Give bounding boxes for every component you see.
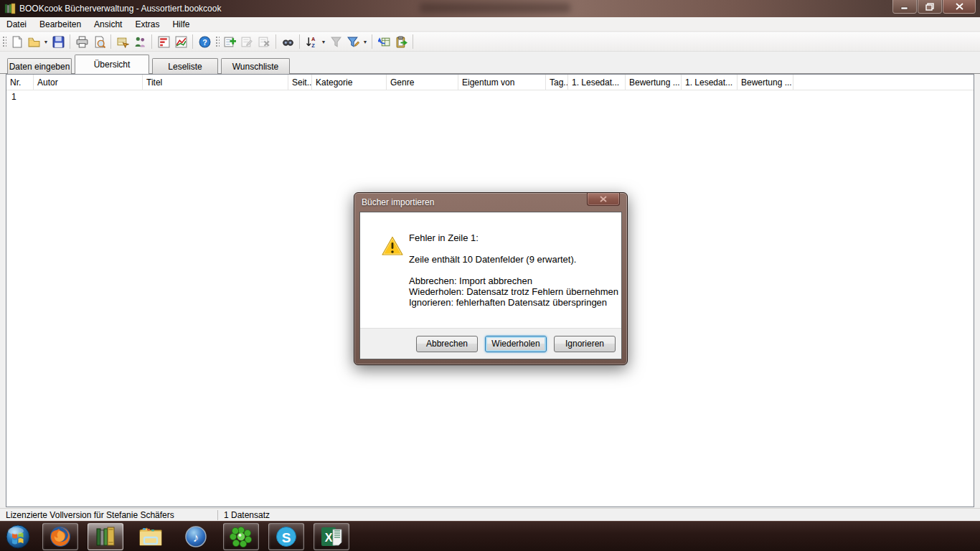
tab-wunschliste[interactable]: Wunschliste (221, 58, 290, 74)
col-header-genre[interactable]: Genre (387, 75, 458, 90)
col-header-bewertung-2[interactable]: Bewertung ... (738, 75, 793, 90)
error-detail: Zeile enthält 10 Datenfelder (9 erwartet… (409, 254, 618, 265)
col-header-seiten[interactable]: Seit... (288, 75, 312, 90)
svg-text:?: ? (202, 37, 207, 46)
close-button[interactable] (943, 0, 976, 14)
titlebar: BOOKcook Bücherverwaltung - Aussortiert.… (0, 0, 980, 17)
print-icon[interactable] (73, 34, 90, 50)
warning-icon (382, 236, 403, 256)
find-icon[interactable] (279, 34, 296, 50)
import-dialog: Bücher importieren Fehler in Zeile 1: Ze… (354, 192, 628, 365)
col-header-titel[interactable]: Titel (143, 75, 288, 90)
filter-edit-icon[interactable] (344, 34, 362, 50)
print-preview-icon[interactable] (90, 34, 108, 50)
ignorieren-button[interactable]: Ignorieren (554, 336, 616, 352)
svg-text:X: X (325, 532, 333, 544)
dialog-body: Fehler in Zeile 1: Zeile enthält 10 Date… (359, 212, 622, 359)
abbrechen-button[interactable]: Abbrechen (416, 336, 478, 352)
svg-text:♪: ♪ (193, 531, 199, 545)
export-clipboard-icon[interactable] (392, 34, 410, 50)
dialog-button-row: Abbrechen Wiederholen Ignorieren (360, 328, 621, 359)
new-document-icon[interactable] (8, 34, 25, 50)
option-ignorieren-desc: Ignorieren: fehlerhaften Datensatz übers… (409, 297, 618, 308)
open-file-icon[interactable] (25, 34, 42, 50)
start-button[interactable] (3, 523, 33, 550)
taskbar-icq[interactable] (223, 523, 259, 550)
option-wiederholen-desc: Wiederholen: Datensatz trotz Fehlern übe… (409, 286, 618, 297)
taskbar-explorer[interactable] (133, 523, 169, 550)
license-status: Lizenzierte Vollversion für Stefanie Sch… (0, 509, 217, 521)
dialog-message-area: Fehler in Zeile 1: Zeile enthält 10 Date… (360, 212, 621, 329)
add-record-icon[interactable] (221, 34, 238, 50)
statusbar: Lizenzierte Vollversion für Stefanie Sch… (0, 508, 980, 521)
cell-nr: 1 (6, 90, 34, 103)
filter-dropdown-icon[interactable]: ▼ (362, 34, 369, 50)
taskbar-firefox[interactable] (42, 523, 78, 550)
menu-datei[interactable]: Datei (0, 18, 33, 31)
menu-bearbeiten[interactable]: Bearbeiten (33, 18, 88, 31)
taskbar-excel[interactable]: X (314, 523, 349, 550)
menu-extras[interactable]: Extras (128, 18, 166, 31)
toolbar-grip-2[interactable] (215, 35, 220, 48)
background-window-ghost (420, 3, 570, 13)
people-icon[interactable] (131, 34, 149, 50)
tab-leseliste[interactable]: Leseliste (152, 58, 218, 74)
col-header-filler (793, 75, 974, 90)
help-icon[interactable]: ? (196, 34, 213, 50)
col-header-eigentum[interactable]: Eigentum von (458, 75, 546, 90)
record-count: 1 Datensatz (218, 509, 275, 521)
svg-text:S: S (282, 530, 291, 545)
delete-record-icon[interactable] (255, 34, 273, 50)
statistics-icon[interactable] (155, 34, 172, 50)
menu-ansicht[interactable]: Ansicht (88, 18, 128, 31)
tab-uebersicht[interactable]: Übersicht (75, 55, 149, 74)
save-icon[interactable] (50, 34, 67, 50)
send-page-icon[interactable] (114, 34, 131, 50)
taskbar-bookcook[interactable] (88, 523, 123, 550)
col-header-nr[interactable]: Nr. (6, 75, 34, 90)
error-line: Fehler in Zeile 1: (409, 232, 618, 243)
sort-dropdown-icon[interactable]: ▼ (320, 34, 327, 50)
dialog-message-text: Fehler in Zeile 1: Zeile enthält 10 Date… (409, 232, 618, 308)
toolbar: ▼ ? AZ ▼ ▼ (0, 32, 980, 52)
table-header-row: Nr. Autor Titel Seit... Kategorie Genre … (6, 75, 974, 90)
col-header-lesedatum-2[interactable]: 1. Lesedat... (682, 75, 738, 90)
dialog-close-button[interactable] (587, 193, 620, 206)
table-row[interactable]: 1 (6, 90, 974, 103)
open-dropdown-icon[interactable]: ▼ (42, 34, 50, 50)
svg-text:Z: Z (311, 42, 315, 47)
col-header-lesedatum-1[interactable]: 1. Lesedat... (568, 75, 626, 90)
tab-daten-eingeben[interactable]: Daten eingeben (7, 58, 72, 74)
option-abbrechen-desc: Abbrechen: Import abbrechen (409, 276, 618, 286)
sort-az-icon[interactable]: AZ (303, 34, 320, 50)
tabstrip: Daten eingeben Übersicht Leseliste Wunsc… (0, 52, 980, 74)
restore-button[interactable] (918, 0, 942, 14)
col-header-kategorie[interactable]: Kategorie (312, 75, 387, 90)
edit-record-icon[interactable] (238, 34, 255, 50)
filter-icon[interactable] (327, 34, 344, 50)
col-header-autor[interactable]: Autor (34, 75, 143, 90)
toolbar-grip[interactable] (1, 35, 6, 48)
menubar: Datei Bearbeiten Ansicht Extras Hilfe (0, 17, 980, 32)
dialog-title: Bücher importieren (362, 197, 434, 207)
taskbar-itunes[interactable]: ♪ (178, 523, 214, 550)
col-header-tag[interactable]: Tag... (546, 75, 568, 90)
menu-hilfe[interactable]: Hilfe (166, 18, 196, 31)
wiederholen-button[interactable]: Wiederholen (485, 336, 547, 352)
app-logo-books-icon (4, 3, 16, 14)
taskbar-skype[interactable]: S (268, 523, 304, 550)
import-table-icon[interactable] (375, 34, 392, 50)
minimize-button[interactable] (892, 0, 917, 14)
window-title: BOOKcook Bücherverwaltung - Aussortiert.… (19, 4, 221, 14)
col-header-bewertung-1[interactable]: Bewertung ... (626, 75, 682, 90)
line-chart-icon[interactable] (172, 34, 189, 50)
taskbar: ♪ S X DE (0, 521, 980, 551)
